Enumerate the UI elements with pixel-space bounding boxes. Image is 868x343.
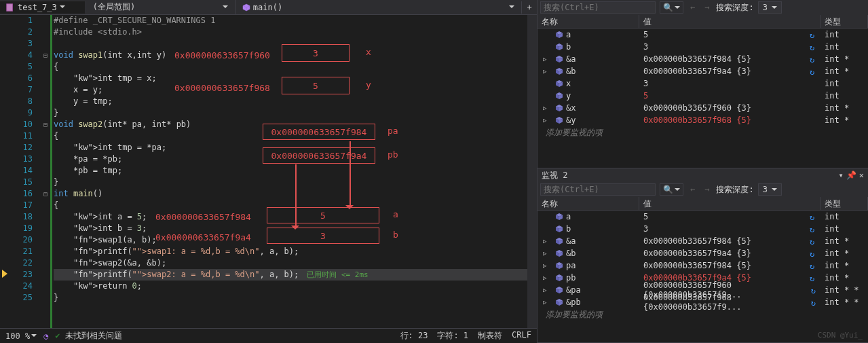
scope-dropdown[interactable]: (全局范围) (86, 0, 235, 14)
code-content[interactable]: 0x000000633657f960 3 x 0x000000633657f96… (54, 15, 527, 328)
code-line[interactable]: } (54, 177, 527, 188)
annot-box-pb: 0x000000633657f9a4 (263, 147, 375, 164)
watch-row[interactable]: x3int (537, 77, 868, 90)
scrollbar[interactable] (527, 15, 537, 328)
panel-title-bar[interactable]: 监视 2 ▾ 📌 ✕ (537, 168, 868, 182)
pin-icon[interactable]: 📌 (846, 170, 856, 180)
code-line[interactable]: #include <stdio.h> (54, 26, 527, 38)
window-position-icon[interactable]: ▾ (839, 170, 844, 180)
watch-toolbar: 🔍 ← → 搜索深度: 3 (537, 0, 868, 15)
code-line[interactable]: } (54, 107, 527, 119)
col-name[interactable]: 名称 (537, 197, 639, 210)
var-value: 0x000000b33657f984 {5} (643, 54, 751, 64)
refresh-icon[interactable]: ↻ (810, 225, 818, 233)
chevron-down-icon (772, 188, 777, 194)
encoding-indicator[interactable]: CRLF (512, 330, 531, 342)
line-indicator[interactable]: 行: 23 (400, 330, 428, 342)
expand-icon[interactable]: ▷ (543, 299, 546, 306)
watch-row[interactable]: ▷&y0x000000b33657f968 {5}int * (537, 114, 868, 126)
zoom-control[interactable]: 100 % (5, 331, 37, 341)
add-button[interactable]: + (522, 1, 537, 14)
col-indicator[interactable]: 字符: 1 (437, 330, 468, 342)
arrow-pa-to-a (350, 141, 351, 208)
refresh-icon[interactable]: ↻ (810, 43, 818, 51)
expand-icon[interactable]: ▷ (543, 287, 546, 293)
col-type[interactable]: 类型 (820, 197, 868, 210)
col-name[interactable]: 名称 (537, 15, 639, 28)
var-type: int (820, 212, 868, 221)
nav-prev-icon[interactable]: ← (687, 3, 698, 12)
depth-dropdown[interactable]: 3 (758, 1, 782, 14)
watch-row[interactable]: a5↻int (537, 29, 868, 41)
watch-row[interactable]: y5int (537, 90, 868, 102)
refresh-icon[interactable]: ↻ (810, 55, 818, 63)
expand-icon[interactable]: ▷ (543, 238, 546, 245)
indent-indicator[interactable]: 制表符 (478, 330, 502, 342)
var-type: int * (820, 103, 868, 113)
col-type[interactable]: 类型 (820, 15, 868, 28)
col-value[interactable]: 值 (639, 15, 820, 28)
arrow-head-icon (291, 225, 299, 234)
refresh-icon[interactable]: ↻ (810, 237, 818, 245)
watch-row[interactable]: ▷&a0x000000b33657f984 {5}↻int * (537, 53, 868, 65)
code-line[interactable]: { (54, 61, 527, 73)
refresh-icon[interactable]: ↻ (810, 249, 818, 257)
field-icon (555, 213, 563, 221)
var-type: int * (820, 249, 868, 258)
code-line[interactable]: "fn">printf("">swap2: a = %d,b = %d\n", … (54, 269, 527, 281)
field-icon (555, 237, 563, 245)
expand-icon[interactable]: ▷ (543, 117, 546, 124)
var-name: &x (566, 103, 575, 113)
watch-row[interactable]: ▷&a0x000000b33657f984 {5}↻int * (537, 235, 868, 247)
expand-icon[interactable]: ▷ (543, 250, 546, 257)
code-line[interactable]: #define _CRT_SECURE_NO_WARNINGS 1 (54, 15, 527, 26)
code-area[interactable]: 1234567891011121314151617181920212223242… (0, 15, 537, 328)
code-line[interactable]: } (54, 292, 527, 304)
expand-icon[interactable]: ▷ (543, 105, 546, 111)
var-name: pb (566, 273, 575, 283)
code-line[interactable]: int main() (54, 188, 527, 200)
expand-icon[interactable]: ▷ (543, 56, 546, 62)
watch-row[interactable]: b3↻int (537, 41, 868, 53)
watch-row[interactable]: a5↻int (537, 211, 868, 223)
function-dropdown[interactable]: main() (235, 1, 522, 14)
col-value[interactable]: 值 (639, 197, 820, 210)
refresh-icon[interactable]: ↻ (810, 213, 818, 221)
refresh-icon[interactable]: ↻ (810, 67, 818, 75)
nav-next-icon[interactable]: → (702, 3, 712, 12)
error-indicator[interactable]: ✔ 未找到相关问题 (55, 330, 121, 342)
nav-next-icon[interactable]: → (702, 185, 712, 194)
add-watch-item[interactable]: 添加要监视的项 (537, 126, 868, 139)
watch-row[interactable]: ▷&x0x000000b33657f960 {3}int * (537, 102, 868, 114)
watch-body-1[interactable]: a5↻intb3↻int▷&a0x000000b33657f984 {5}↻in… (537, 29, 868, 168)
cube-icon (242, 3, 250, 12)
nav-prev-icon[interactable]: ← (687, 185, 698, 194)
watch-row[interactable]: ▷&b0x000000b33657f9a4 {3}↻int * (537, 247, 868, 259)
code-line[interactable]: "kw">return 0; (54, 281, 527, 292)
code-line[interactable]: "fn">printf("">swap1: a = %d,b = %d\n", … (54, 246, 527, 257)
watch-search-input[interactable] (540, 1, 656, 14)
search-icon[interactable]: 🔍 (660, 1, 683, 14)
watch-body-2[interactable]: a5↻intb3↻int▷&a0x000000b33657f984 {5}↻in… (537, 211, 868, 342)
depth-dropdown[interactable]: 3 (758, 183, 782, 196)
search-icon[interactable]: 🔍 (660, 183, 683, 196)
watch-row[interactable]: ▷&b0x000000b33657f9a4 {3}↻int * (537, 65, 868, 77)
watch-row[interactable]: ▷pa0x000000b33657f984 {5}↻int * (537, 259, 868, 272)
expand-icon[interactable]: ▷ (543, 274, 546, 281)
close-icon[interactable]: ✕ (859, 170, 864, 180)
watch-row[interactable]: ▷&pb0x000000b33657f968 {0x000000b33657f9… (537, 296, 868, 308)
refresh-icon[interactable]: ↻ (811, 298, 818, 306)
lightbulb-icon[interactable]: ◔ (43, 331, 48, 341)
arrow-pb-to-b (295, 164, 297, 228)
code-line[interactable]: y = tmp; (54, 96, 527, 107)
file-tab[interactable]: test_7_3 (0, 1, 86, 14)
refresh-icon[interactable]: ↻ (810, 31, 818, 39)
refresh-icon[interactable]: ↻ (810, 261, 818, 270)
watch-row[interactable]: b3↻int (537, 223, 868, 235)
code-line[interactable]: "fn">swap2(&a, &b); (54, 257, 527, 269)
expand-icon[interactable]: ▷ (543, 68, 546, 75)
watch-search-input-2[interactable] (540, 183, 656, 196)
watch-panel-2: 监视 2 ▾ 📌 ✕ 🔍 ← → 搜索深度: 3 名称 值 类型 a5↻intb… (537, 168, 868, 343)
expand-icon[interactable]: ▷ (543, 262, 546, 269)
code-line[interactable]: *pb = tmp; (54, 165, 527, 177)
